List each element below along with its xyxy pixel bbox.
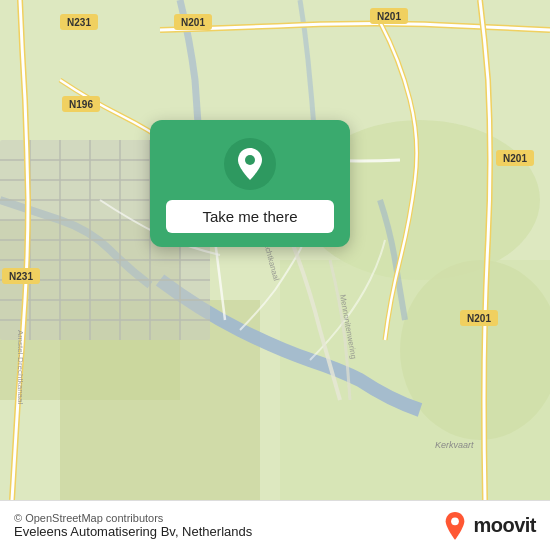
svg-rect-4 [280, 260, 550, 500]
svg-point-43 [245, 155, 255, 165]
moovit-icon [441, 512, 469, 540]
svg-text:N201: N201 [181, 17, 205, 28]
map-container: N231 N201 N201 N196 N231 N201 N201 Amste… [0, 0, 550, 500]
bottom-bar: © OpenStreetMap contributors Eveleens Au… [0, 500, 550, 550]
bottom-left-info: © OpenStreetMap contributors Eveleens Au… [14, 512, 252, 539]
svg-text:Kerkvaart: Kerkvaart [435, 440, 474, 450]
location-label: Eveleens Automatisering Bv, Netherlands [14, 524, 252, 539]
svg-text:N201: N201 [467, 313, 491, 324]
svg-text:N201: N201 [503, 153, 527, 164]
svg-text:N201: N201 [377, 11, 401, 22]
svg-text:Amstel-Drechtkanaal: Amstel-Drechtkanaal [16, 330, 25, 404]
take-me-there-button[interactable]: Take me there [166, 200, 334, 233]
svg-text:N231: N231 [67, 17, 91, 28]
moovit-text: moovit [473, 514, 536, 537]
copyright-text: © OpenStreetMap contributors [14, 512, 252, 524]
svg-text:N231: N231 [9, 271, 33, 282]
map-background: N231 N201 N201 N196 N231 N201 N201 Amste… [0, 0, 550, 500]
svg-point-44 [452, 517, 460, 525]
location-popup: Take me there [150, 120, 350, 247]
moovit-logo: moovit [441, 512, 536, 540]
svg-text:N196: N196 [69, 99, 93, 110]
location-pin-icon [224, 138, 276, 190]
